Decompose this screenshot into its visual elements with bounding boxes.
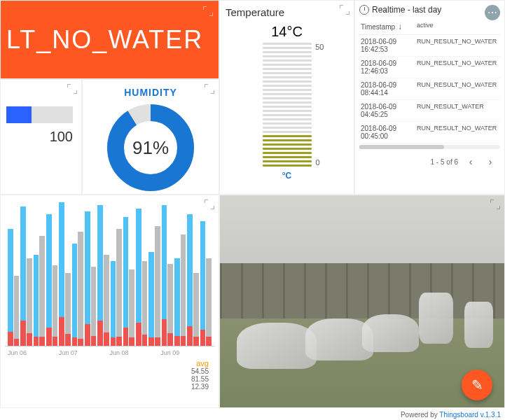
legend-red: 12.39 (11, 383, 209, 391)
prev-page-button[interactable]: ‹ (464, 155, 478, 169)
legend-grey: 81.55 (11, 375, 209, 383)
cell-timestamp: 2018-06-0904:45:25 (361, 103, 417, 118)
more-icon[interactable]: ⋯ (485, 5, 500, 20)
clock-icon (359, 5, 369, 15)
humidity-donut: 91% (105, 102, 196, 193)
chart-legend: avg 54.55 81.55 12.39 (5, 356, 214, 393)
legend-blue: 54.55 (11, 368, 209, 375)
cell-timestamp: 2018-06-0912:46:03 (361, 59, 417, 75)
fullscreen-icon[interactable] (205, 200, 214, 209)
bar-chart (5, 200, 214, 346)
bar-max-label: 100 (6, 129, 76, 145)
edit-fab-button[interactable]: ✎ (462, 370, 492, 400)
cell-value: RUN_RESULT_WATER (417, 103, 499, 118)
realtime-widget: ⋯ Realtime - last day Timestamp ↓ active… (354, 0, 505, 195)
cell-timestamp: 2018-06-0900:45:00 (361, 125, 417, 140)
fullscreen-icon[interactable] (203, 6, 213, 16)
cell-value: RUN_RESULT_NO_WATER (417, 81, 499, 97)
cell-timestamp: 2018-06-0908:44:14 (361, 81, 417, 97)
realtime-header: Realtime - last day (359, 5, 500, 15)
banner-text: LT_NO_WATER (6, 25, 203, 55)
next-page-button[interactable]: › (483, 155, 497, 169)
fullscreen-icon[interactable] (67, 84, 77, 94)
therm-unit: °C (226, 171, 348, 181)
fullscreen-icon[interactable] (205, 84, 214, 94)
therm-max: 50 (315, 43, 324, 51)
cell-value: RUN_RESULT_NO_WATER (417, 125, 499, 140)
tarp (362, 314, 419, 353)
garden-photo (220, 195, 504, 407)
fullscreen-icon[interactable] (340, 5, 350, 15)
thermometer: 50 0 (263, 43, 312, 167)
fence (220, 263, 504, 318)
bar-widget: 100 (0, 79, 82, 195)
footer: Powered by Thingsboard v.1.3.1 (401, 411, 501, 419)
fullscreen-icon[interactable] (490, 200, 500, 209)
humidity-widget: HUMIDITY 91% (82, 79, 219, 195)
humidity-title: HUMIDITY (88, 87, 213, 98)
table-row[interactable]: 2018-06-0912:46:03RUN_RESULT_NO_WATER (359, 57, 500, 78)
tarp (237, 323, 317, 370)
tarp (419, 293, 453, 344)
image-widget (219, 195, 505, 408)
table-header: Timestamp ↓ active (359, 19, 500, 35)
footer-link[interactable]: Thingsboard v.1.3.1 (439, 411, 501, 419)
cell-timestamp: 2018-06-0916:42:53 (361, 38, 417, 53)
tarp (464, 302, 493, 349)
table-row[interactable]: 2018-06-0908:44:14RUN_RESULT_NO_WATER (359, 78, 500, 100)
cell-value: RUN_RESULT_NO_WATER (417, 59, 499, 75)
table-row[interactable]: 2018-06-0900:45:00RUN_RESULT_NO_WATER (359, 122, 500, 144)
footer-prefix: Powered by (401, 411, 439, 419)
therm-min: 0 (315, 158, 319, 167)
col-active[interactable]: active (417, 22, 499, 31)
chart-x-axis: Jun 06Jun 07Jun 08Jun 09 (5, 346, 214, 356)
temperature-widget: Temperature 14°C 50 0 °C (219, 0, 354, 195)
pager-text: 1 - 5 of 6 (431, 158, 458, 166)
temperature-value: 14°C (226, 24, 348, 40)
chart-widget: Jun 06Jun 07Jun 08Jun 09 avg 54.55 81.55… (0, 195, 219, 408)
table-row[interactable]: 2018-06-0904:45:25RUN_RESULT_WATER (359, 100, 500, 122)
pager: 1 - 5 of 6 ‹ › (359, 150, 500, 173)
realtime-table: Timestamp ↓ active 2018-06-0916:42:53RUN… (359, 19, 500, 173)
table-row[interactable]: 2018-06-0916:42:53RUN_RESULT_NO_WATER (359, 35, 500, 57)
cell-value: RUN_RESULT_NO_WATER (417, 38, 499, 53)
banner-widget: LT_NO_WATER (0, 0, 219, 79)
col-timestamp[interactable]: Timestamp ↓ (361, 22, 417, 31)
temperature-title: Temperature (226, 6, 348, 18)
bar-fill (6, 106, 32, 123)
humidity-value: 91% (132, 137, 169, 159)
horizontal-scrollbar[interactable] (359, 145, 500, 149)
realtime-title: Realtime - last day (372, 5, 441, 15)
bar-track (6, 106, 73, 123)
legend-header: avg (11, 359, 209, 368)
sort-arrow-icon: ↓ (398, 22, 402, 31)
